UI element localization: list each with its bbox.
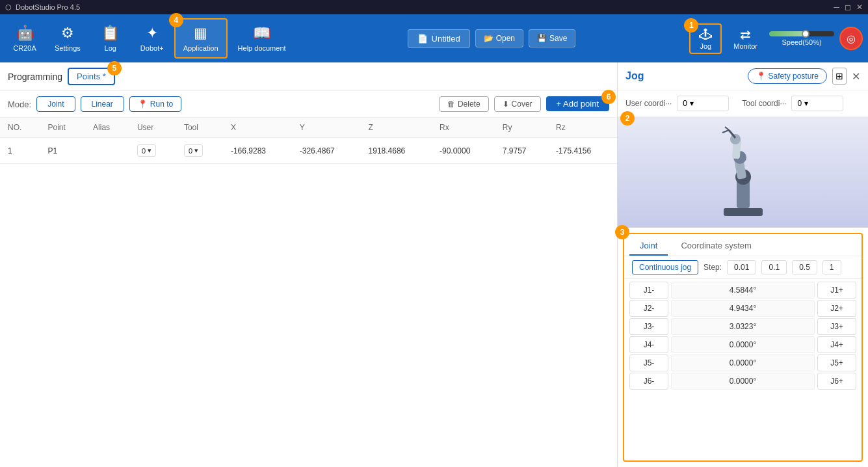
- cr20a-button[interactable]: 🤖 CR20A: [5, 18, 44, 59]
- avatar-icon: ◎: [847, 33, 856, 45]
- save-label: Save: [549, 34, 567, 43]
- delete-button[interactable]: 🗑 Delete: [439, 96, 489, 112]
- col-point: Point: [40, 118, 85, 138]
- jog-panel: Jog 📍 Safety posture ⊞ ✕ User coordi··· …: [618, 62, 868, 467]
- user-coord-select[interactable]: 0 ▾: [677, 96, 729, 111]
- table-head: NO. Point Alias User Tool X Y Z Rx Ry Rz: [0, 118, 617, 138]
- open-button[interactable]: 📂 Open: [475, 29, 523, 47]
- step-001-button[interactable]: 0.01: [727, 260, 756, 274]
- restore-btn[interactable]: ◻: [845, 3, 851, 12]
- settings-label: Settings: [55, 44, 81, 52]
- step-1-button[interactable]: 1: [822, 260, 841, 274]
- joint-4-pos-button[interactable]: J4+: [817, 336, 856, 353]
- main-content: Programming Points * 5 Mode: Joint Linea…: [0, 62, 868, 467]
- badge-3: 3: [615, 225, 629, 239]
- save-button[interactable]: 💾 Save: [529, 29, 575, 47]
- joint-4-neg-button[interactable]: J4-: [629, 336, 668, 353]
- badge-6: 6: [601, 90, 616, 104]
- step-row: Continuous jog Step: 0.01 0.1 0.5 1: [624, 256, 861, 279]
- close-btn[interactable]: ✕: [856, 3, 863, 12]
- joint-row-5: J5- 0.0000° J5+: [629, 354, 856, 371]
- svg-line-8: [722, 130, 729, 133]
- log-icon: 📋: [101, 25, 119, 42]
- monitor-button[interactable]: ⇄ Monitor: [727, 23, 764, 54]
- run-to-icon: 📍: [138, 100, 148, 109]
- joint-6-pos-button[interactable]: J6+: [817, 373, 856, 390]
- prog-title: Programming: [8, 72, 62, 82]
- col-user: User: [129, 118, 176, 138]
- joint-1-neg-button[interactable]: J1-: [629, 282, 668, 299]
- log-button[interactable]: 📋 Log: [91, 18, 130, 59]
- col-z: Z: [361, 118, 432, 138]
- file-tab[interactable]: 📄 Untitled: [408, 29, 470, 48]
- joint-5-pos-button[interactable]: J5+: [817, 354, 856, 371]
- file-icon: 📄: [417, 34, 428, 44]
- coordinate-tab[interactable]: Coordinate system: [670, 237, 761, 256]
- badge-4: 4: [169, 13, 183, 27]
- col-rz: Rz: [548, 118, 617, 138]
- settings-icon: ⚙: [61, 25, 74, 42]
- tool-coord-select[interactable]: 0 ▾: [791, 96, 843, 111]
- speed-fill: [769, 31, 805, 36]
- joint-tab[interactable]: Joint: [629, 237, 668, 256]
- avatar-button[interactable]: ◎: [839, 27, 863, 50]
- badge-5: 5: [107, 61, 122, 75]
- points-table: NO. Point Alias User Tool X Y Z Rx Ry Rz: [0, 118, 617, 164]
- speed-thumb[interactable]: [802, 30, 809, 38]
- continuous-jog-button[interactable]: Continuous jog: [632, 260, 698, 274]
- joint-3-pos-button[interactable]: J3+: [817, 318, 856, 335]
- cover-button[interactable]: ⬇ Cover: [494, 96, 541, 112]
- delete-icon: 🗑: [447, 100, 455, 109]
- open-label: Open: [496, 34, 515, 43]
- save-icon: 💾: [537, 34, 547, 43]
- cr20a-label: CR20A: [13, 44, 36, 52]
- joint-1-pos-button[interactable]: J1+: [817, 282, 856, 299]
- joint-6-neg-button[interactable]: J6-: [629, 373, 668, 390]
- joint-row-3: J3- 3.0323° J3+: [629, 318, 856, 335]
- cell-user[interactable]: 0 ▾: [129, 138, 176, 164]
- settings-button[interactable]: ⚙ Settings: [47, 18, 88, 59]
- cell-z: 1918.4686: [361, 138, 432, 164]
- main-toolbar: 🤖 CR20A ⚙ Settings 📋 Log ✦ Dobot+ ▦ Appl…: [0, 14, 868, 62]
- joint-5-neg-button[interactable]: J5-: [629, 354, 668, 371]
- monitor-label: Monitor: [733, 42, 757, 50]
- col-no: NO.: [0, 118, 40, 138]
- joint-mode-button[interactable]: Joint: [36, 96, 75, 112]
- dobot-plus-button[interactable]: ✦ Dobot+: [133, 18, 172, 59]
- dobot-icon: ✦: [146, 25, 158, 42]
- jog-panel-close-button[interactable]: ✕: [852, 70, 860, 83]
- action-buttons: 🗑 Delete ⬇ Cover + Add point 6: [439, 96, 609, 112]
- joint-2-neg-button[interactable]: J2-: [629, 300, 668, 317]
- joint-2-value: 4.9434°: [671, 300, 815, 317]
- minimize-btn[interactable]: ─: [834, 3, 839, 12]
- cell-x: -166.9283: [223, 138, 292, 164]
- panel-settings-button[interactable]: ⊞: [832, 68, 847, 85]
- col-y: Y: [292, 118, 361, 138]
- toolbar-center: 📄 Untitled 📂 Open 💾 Save: [296, 29, 687, 48]
- jog-controls: Joint Coordinate system Continuous jog S…: [623, 233, 863, 462]
- coord-row: User coordi··· 0 ▾ Tool coordi··· 0 ▾ 2: [618, 90, 868, 117]
- cell-tool[interactable]: 0 ▾: [176, 138, 223, 164]
- jog-panel-title: Jog: [625, 70, 743, 82]
- joint-row-1: J1- 4.5844° J1+: [629, 282, 856, 299]
- joint-3-neg-button[interactable]: J3-: [629, 318, 668, 335]
- step-01-button[interactable]: 0.1: [761, 260, 787, 274]
- user-coord-chevron-icon: ▾: [690, 99, 694, 108]
- open-icon: 📂: [484, 34, 493, 43]
- help-button[interactable]: 📖 Help document: [230, 18, 294, 59]
- speed-track[interactable]: [769, 31, 834, 36]
- application-icon: ▦: [194, 25, 207, 42]
- add-point-button[interactable]: + Add point: [546, 96, 609, 111]
- file-tab-label: Untitled: [432, 34, 460, 44]
- joint-6-value: 0.0000°: [671, 373, 815, 390]
- toolbar-right: 🕹 Jog 1 ⇄ Monitor Speed(50%) ◎: [689, 23, 863, 54]
- joint-2-pos-button[interactable]: J2+: [817, 300, 856, 317]
- step-05-button[interactable]: 0.5: [792, 260, 817, 274]
- joint-1-value: 4.5844°: [671, 282, 815, 299]
- application-label: Application: [183, 44, 218, 52]
- linear-mode-button[interactable]: Linear: [81, 96, 124, 112]
- run-to-button[interactable]: 📍 Run to: [129, 96, 181, 112]
- safety-posture-button[interactable]: 📍 Safety posture: [748, 68, 827, 84]
- robot-svg: [678, 124, 808, 221]
- programming-panel: Programming Points * 5 Mode: Joint Linea…: [0, 62, 618, 467]
